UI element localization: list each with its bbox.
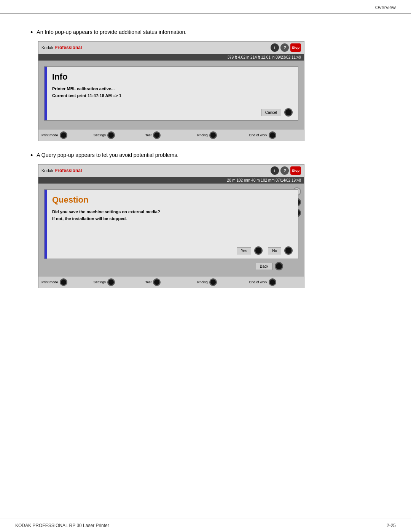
navbar-2: Print mode Settings Test Pricing bbox=[38, 276, 304, 288]
nav-pricing-circle-1[interactable] bbox=[209, 131, 217, 139]
bullet-label-1: An Info pop-up appears to provide additi… bbox=[37, 29, 186, 35]
page-title: Overview bbox=[375, 5, 396, 10]
dialog-title-1: Info bbox=[52, 72, 293, 82]
dialog-content-2: Question Did you save the machine settin… bbox=[45, 190, 298, 243]
nav-print-mode-label-2: Print mode bbox=[41, 280, 58, 284]
ui-mockup-info: Kodak Professional i ? Stop 379 ft 4.02 … bbox=[38, 41, 304, 141]
nav-pricing-circle-2[interactable] bbox=[209, 278, 217, 286]
nav-end-2[interactable]: End of work bbox=[249, 278, 301, 286]
cancel-circle-button[interactable] bbox=[284, 108, 293, 117]
mockup-2: Kodak Professional i ? Stop 20 m 102 mm … bbox=[30, 164, 381, 288]
nav-end-circle-2[interactable] bbox=[269, 278, 276, 286]
dialog-content-1: Info Printer MBL calibration active... C… bbox=[45, 67, 298, 104]
nav-end-1[interactable]: End of work bbox=[249, 131, 301, 139]
footer-right: 2-25 bbox=[387, 523, 396, 528]
page-content: • An Info pop-up appears to provide addi… bbox=[0, 14, 411, 322]
mockup-1: Kodak Professional i ? Stop 379 ft 4.02 … bbox=[30, 41, 381, 141]
yes-circle-button[interactable] bbox=[254, 246, 263, 255]
dialog-line-q-2: If not, the installation will be stopped… bbox=[52, 216, 293, 222]
nav-settings-circle-1[interactable] bbox=[107, 131, 115, 139]
nav-test-2[interactable]: Test bbox=[145, 278, 197, 286]
stop-button-1[interactable]: Stop bbox=[290, 43, 301, 52]
bullet-label-2: A Query pop-up appears to let you avoid … bbox=[37, 152, 178, 158]
dialog-left-bar-2 bbox=[45, 190, 47, 259]
back-circle-button[interactable] bbox=[275, 262, 283, 270]
nav-test-circle-1[interactable] bbox=[153, 131, 161, 139]
dialog-buttons-2: Yes No bbox=[45, 243, 298, 259]
info-icon-2[interactable]: i bbox=[271, 166, 279, 175]
statusbar-2: 20 m 102 mm 40 m 102 mm 07/14/02 19:48 bbox=[38, 177, 304, 184]
dialog-buttons-1: Cancel bbox=[45, 104, 298, 120]
dialog-left-bar-1 bbox=[45, 67, 47, 120]
dialog-text-1: Printer MBL calibration active... Curren… bbox=[52, 86, 293, 99]
nav-print-mode-2[interactable]: Print mode bbox=[41, 278, 93, 286]
status-text-1: 379 ft 4.02 in 214 ft 12.01 in 09/23/02 … bbox=[228, 55, 301, 59]
dialog-line-q-1: Did you save the machine settings on ext… bbox=[52, 209, 293, 216]
status-text-2: 20 m 102 mm 40 m 102 mm 07/14/02 19:48 bbox=[227, 178, 301, 182]
nav-end-circle-1[interactable] bbox=[269, 131, 276, 139]
nav-end-label-1: End of work bbox=[249, 133, 268, 137]
dialog-line-2: Current test print 11:47:18 AM => 1 bbox=[52, 93, 293, 99]
kodak-logo-2: Kodak Professional bbox=[41, 168, 82, 173]
yes-button[interactable]: Yes bbox=[237, 247, 251, 254]
cancel-button[interactable]: Cancel bbox=[261, 109, 281, 116]
bullet-dot-2: • bbox=[30, 152, 33, 159]
navbar-1: Print mode Settings Test Pricing bbox=[38, 129, 304, 141]
bullet-text-1: • An Info pop-up appears to provide addi… bbox=[30, 29, 381, 36]
statusbar-1: 379 ft 4.02 in 214 ft 12.01 in 09/23/02 … bbox=[38, 54, 304, 61]
nav-test-circle-2[interactable] bbox=[153, 278, 161, 286]
no-button[interactable]: No bbox=[268, 247, 281, 254]
mockup-body-2: Question Did you save the machine settin… bbox=[38, 184, 304, 276]
stop-button-2[interactable]: Stop bbox=[290, 166, 301, 175]
help-icon-2[interactable]: ? bbox=[280, 166, 289, 175]
nav-print-mode-circle-1[interactable] bbox=[60, 131, 67, 139]
info-icon-1[interactable]: i bbox=[271, 43, 279, 52]
ui-mockup-query: Kodak Professional i ? Stop 20 m 102 mm … bbox=[38, 164, 304, 288]
kodak-text-2: Kodak bbox=[41, 168, 54, 173]
dialog-title-2: Question bbox=[52, 195, 293, 205]
page-header: Overview bbox=[0, 0, 411, 14]
question-dialog: Question Did you save the machine settin… bbox=[44, 189, 298, 259]
nav-settings-circle-2[interactable] bbox=[107, 278, 115, 286]
nav-pricing-2[interactable]: Pricing bbox=[197, 278, 249, 286]
nav-test-label-2: Test bbox=[145, 280, 152, 284]
nav-end-label-2: End of work bbox=[249, 280, 268, 284]
dialog-text-2: Did you save the machine settings on ext… bbox=[52, 209, 293, 222]
nav-print-mode-1[interactable]: Print mode bbox=[41, 131, 93, 139]
help-icon-1[interactable]: ? bbox=[280, 43, 289, 52]
header-icons-1: i ? Stop bbox=[271, 43, 301, 52]
nav-pricing-1[interactable]: Pricing bbox=[197, 131, 249, 139]
nav-pricing-label-2: Pricing bbox=[197, 280, 208, 284]
bullet-item-2: • A Query pop-up appears to let you avoi… bbox=[30, 152, 381, 288]
info-dialog: Info Printer MBL calibration active... C… bbox=[44, 66, 298, 121]
kodak-text-1: Kodak bbox=[41, 45, 54, 50]
mockup-header-2: Kodak Professional i ? Stop bbox=[38, 165, 304, 177]
nav-test-1[interactable]: Test bbox=[145, 131, 197, 139]
header-icons-2: i ? Stop bbox=[271, 166, 301, 175]
nav-print-mode-label-1: Print mode bbox=[41, 133, 58, 137]
bullet-dot-1: • bbox=[30, 29, 33, 36]
nav-pricing-label-1: Pricing bbox=[197, 133, 208, 137]
kodak-logo-1: Kodak Professional bbox=[41, 45, 82, 50]
nav-settings-label-2: Settings bbox=[93, 280, 106, 284]
mockup-body-1: Info Printer MBL calibration active... C… bbox=[38, 61, 304, 129]
back-area: Back bbox=[44, 262, 298, 270]
bullet-item-1: • An Info pop-up appears to provide addi… bbox=[30, 29, 381, 141]
nav-test-label-1: Test bbox=[145, 133, 152, 137]
nav-settings-2[interactable]: Settings bbox=[93, 278, 145, 286]
nav-settings-label-1: Settings bbox=[93, 133, 106, 137]
footer-left: KODAK PROFESSIONAL RP 30 Laser Printer bbox=[15, 523, 109, 528]
nav-print-mode-circle-2[interactable] bbox=[60, 278, 67, 286]
dialog-line-1: Printer MBL calibration active... bbox=[52, 86, 293, 93]
no-circle-button[interactable] bbox=[284, 246, 293, 255]
mockup-header-1: Kodak Professional i ? Stop bbox=[38, 42, 304, 54]
bullet-text-2: • A Query pop-up appears to let you avoi… bbox=[30, 152, 381, 159]
back-button[interactable]: Back bbox=[256, 263, 272, 270]
page-footer: KODAK PROFESSIONAL RP 30 Laser Printer 2… bbox=[0, 519, 411, 532]
nav-settings-1[interactable]: Settings bbox=[93, 131, 145, 139]
